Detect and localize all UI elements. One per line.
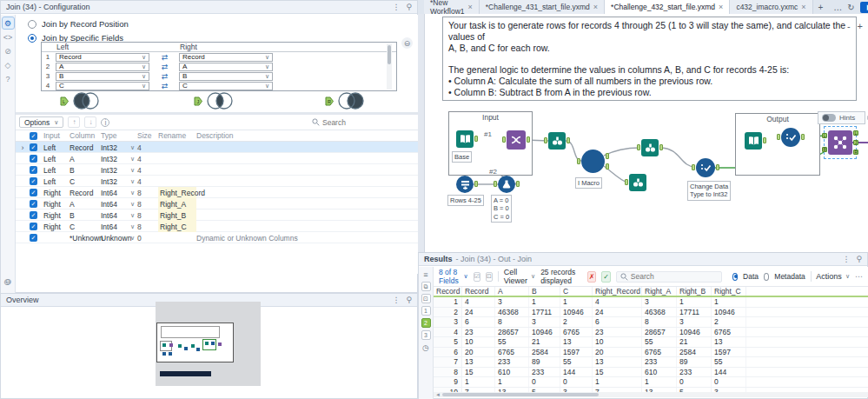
left-field-dropdown[interactable]: B∨ bbox=[56, 72, 149, 81]
row-expander[interactable]: › bbox=[16, 143, 30, 152]
close-icon[interactable]: × bbox=[593, 3, 598, 11]
formula-tool[interactable] bbox=[498, 176, 515, 193]
type-dropdown[interactable]: Int32 bbox=[101, 155, 130, 163]
radio-icon-selected[interactable] bbox=[28, 34, 36, 43]
row-checkbox[interactable]: ✓ bbox=[30, 143, 37, 151]
row-checkbox[interactable]: ✓ bbox=[30, 223, 37, 230]
gear-icon[interactable]: ⚙ bbox=[3, 17, 14, 29]
browse-tool-1[interactable] bbox=[548, 132, 566, 150]
columns-table-row[interactable]: ›✓LeftRecordInt32∨4 bbox=[16, 142, 418, 153]
cell-viewer-dropdown[interactable]: Cell Viewer∨ bbox=[504, 268, 535, 285]
join-by-record-position-option[interactable]: Join by Record Position bbox=[28, 19, 418, 29]
right-field-dropdown[interactable]: C∨ bbox=[179, 82, 273, 90]
table-row[interactable]: 911001100 bbox=[434, 377, 868, 388]
columns-table-row[interactable]: ✓RightBInt64∨8Right_B bbox=[16, 209, 418, 221]
more-tabs-button[interactable]: … bbox=[828, 0, 847, 14]
dock-window-icon[interactable]: ⊡ bbox=[421, 294, 431, 303]
rename-cell[interactable] bbox=[158, 232, 196, 243]
left-field-dropdown[interactable]: A∨ bbox=[56, 63, 149, 71]
type-dropdown[interactable]: Int32 bbox=[101, 177, 130, 186]
panel-menu-icon[interactable]: ⋮ bbox=[392, 296, 400, 304]
iterative-macro-tool[interactable] bbox=[581, 150, 605, 173]
columns-search-box[interactable] bbox=[308, 116, 413, 128]
open-window-icon[interactable]: ⧉ bbox=[421, 282, 431, 291]
type-dropdown[interactable]: Int64 bbox=[101, 223, 130, 231]
row-checkbox[interactable]: ✓ bbox=[30, 189, 37, 196]
clear-filter-button[interactable]: ✗ bbox=[587, 271, 597, 283]
collapse-fields-icon[interactable]: ⊖ bbox=[401, 37, 413, 49]
actions-dropdown[interactable]: Actions∨ bbox=[816, 272, 850, 281]
column-header[interactable]: Record bbox=[434, 287, 462, 296]
expand-cell-icon[interactable]: ⊡ bbox=[486, 272, 493, 282]
columns-table-row[interactable]: ✓*UnknownUnknown∨0Dynamic or Unknown Col… bbox=[16, 232, 418, 243]
text-input-tool-2[interactable] bbox=[745, 132, 762, 150]
type-dropdown[interactable]: Unknown bbox=[101, 234, 130, 243]
join-tool-selected[interactable]: L R L J R bbox=[828, 130, 852, 155]
type-dropdown[interactable]: Int64 bbox=[101, 211, 130, 220]
columns-table-row[interactable]: ✓RightAInt64∨8Right_A bbox=[16, 198, 418, 209]
columns-table-row[interactable]: ✓RightCInt64∨8Right_C bbox=[16, 221, 418, 232]
fields-table-scrollbar[interactable] bbox=[387, 43, 392, 90]
rename-cell[interactable] bbox=[158, 153, 196, 164]
column-header[interactable]: B bbox=[529, 287, 560, 296]
right-field-dropdown[interactable]: Record∨ bbox=[179, 53, 273, 62]
table-row[interactable]: 81561023314415610233144 bbox=[434, 368, 868, 378]
close-icon[interactable]: × bbox=[719, 3, 723, 11]
workflow-tab[interactable]: c432_imacro.yxmc× bbox=[730, 0, 812, 14]
workflow-tab[interactable]: *Challenge_431_start_file.yxmd× bbox=[480, 0, 605, 14]
more-options-icon[interactable]: ⋯ bbox=[855, 272, 864, 281]
row-checkbox[interactable]: ✓ bbox=[30, 166, 37, 174]
pin-icon[interactable]: ⚲ bbox=[406, 3, 412, 11]
column-header[interactable]: A bbox=[495, 287, 529, 296]
left-field-dropdown[interactable]: C∨ bbox=[56, 82, 149, 90]
tag-icon[interactable]: ◇ bbox=[3, 59, 14, 70]
config-list-icon[interactable]: ≡ bbox=[421, 269, 431, 279]
table-row[interactable]: 51055211310552113 bbox=[434, 337, 868, 348]
columns-table-row[interactable]: ✓LeftCInt32∨4 bbox=[16, 176, 418, 187]
results-search-box[interactable] bbox=[616, 271, 722, 283]
collapse-bottom-icon[interactable]: ⊖ bbox=[3, 277, 10, 287]
table-row[interactable]: 423286571094667652328657109466765 bbox=[434, 328, 868, 338]
move-up-icon[interactable]: ↑ bbox=[68, 116, 80, 128]
workflow-tab[interactable]: *New Workflow1× bbox=[424, 0, 480, 14]
horizontal-scrollbar[interactable]: ◄ bbox=[434, 392, 868, 397]
column-header[interactable]: C bbox=[560, 287, 593, 296]
overview-minimap[interactable] bbox=[156, 302, 261, 386]
table-row[interactable]: 7132338955132338955 bbox=[434, 357, 868, 368]
code-icon[interactable]: <> bbox=[3, 31, 14, 43]
select-fields-icon[interactable]: ☑ bbox=[474, 272, 480, 282]
apply-filter-button[interactable]: ✓ bbox=[601, 271, 611, 283]
columns-table-row[interactable]: ✓LeftBInt32∨4 bbox=[16, 164, 418, 176]
close-icon[interactable]: × bbox=[468, 3, 473, 11]
rename-cell[interactable]: Right_Record bbox=[158, 187, 196, 198]
rename-cell[interactable]: Right_C bbox=[158, 221, 196, 232]
columns-search-input[interactable] bbox=[322, 118, 409, 127]
workflow-tab[interactable]: *Challenge_432_start_file.yxmd× bbox=[605, 0, 730, 14]
workflow-canvas[interactable]: Your task is to generate rows for record… bbox=[424, 14, 868, 252]
swap-fields-icon[interactable]: ⇄ bbox=[151, 72, 177, 81]
rename-cell[interactable]: Right_B bbox=[158, 209, 196, 221]
metadata-radio[interactable] bbox=[764, 273, 769, 281]
panel-menu-icon[interactable]: ⋮ bbox=[842, 255, 850, 263]
options-button[interactable]: Options∨ bbox=[19, 116, 63, 128]
inner-join-venn-toggle[interactable]: J bbox=[194, 90, 235, 111]
swap-fields-icon[interactable]: ⇄ bbox=[151, 53, 177, 62]
rename-cell[interactable] bbox=[158, 142, 196, 153]
hints-toggle-icon[interactable] bbox=[822, 114, 836, 122]
results-search-input[interactable] bbox=[631, 272, 718, 281]
type-dropdown[interactable]: Int64 bbox=[101, 200, 130, 209]
row-checkbox[interactable]: ✓ bbox=[30, 177, 37, 185]
table-row[interactable]: 22446368177111094624463681771110946 bbox=[434, 308, 868, 318]
info-icon[interactable]: i bbox=[101, 118, 109, 127]
fields-dropdown[interactable]: 8 of 8 Fields∨ bbox=[439, 268, 468, 285]
table-row[interactable]: 62067652584159720676525841597 bbox=[434, 348, 868, 358]
data-radio[interactable] bbox=[732, 273, 738, 281]
column-header[interactable]: Right_Record bbox=[593, 287, 642, 296]
column-header[interactable]: Record bbox=[462, 287, 495, 296]
right-field-dropdown[interactable]: A∨ bbox=[179, 63, 273, 71]
select-tool-2[interactable] bbox=[781, 128, 800, 147]
row-checkbox[interactable]: ✓ bbox=[30, 155, 37, 163]
type-dropdown[interactable]: Int32 bbox=[101, 166, 130, 175]
select-tool-change-type[interactable] bbox=[696, 158, 715, 177]
left-join-venn-toggle[interactable]: L bbox=[60, 90, 102, 111]
